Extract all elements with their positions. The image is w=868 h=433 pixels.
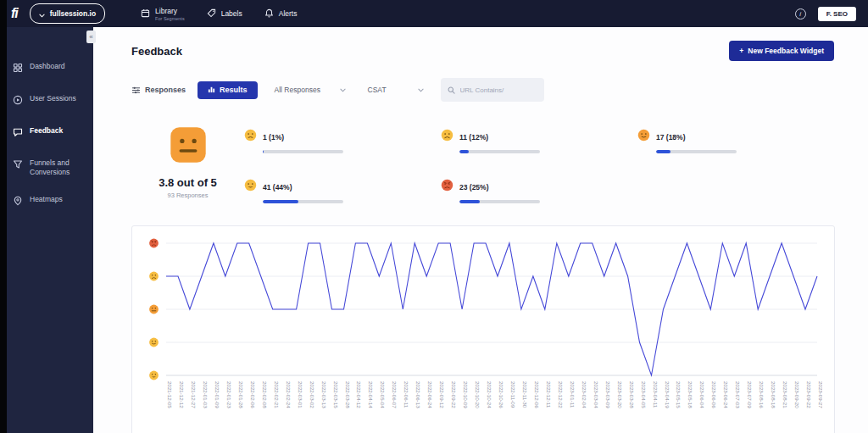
svg-text:2023-06-24: 2023-06-24 [723, 381, 729, 408]
svg-text:2023-06-04: 2023-06-04 [699, 381, 705, 408]
svg-text:2023-01-11: 2023-01-11 [570, 381, 576, 408]
user-account-button[interactable]: F. SEO [818, 7, 856, 21]
csat-trend-chart-card: 2021-12-052021-12-122021-12-272022-01-03… [131, 225, 835, 433]
chevron-down-icon [39, 6, 45, 21]
svg-text:2022-12-22: 2022-12-22 [558, 381, 564, 408]
svg-text:2021-12-27: 2021-12-27 [191, 381, 197, 408]
bell-icon [264, 6, 274, 21]
tab-responses-label: Responses [145, 86, 186, 94]
info-circle-icon[interactable]: i [795, 8, 806, 19]
svg-text:2022-09-12: 2022-09-12 [439, 381, 445, 408]
rating-progress-bar [656, 150, 737, 153]
svg-text:2022-02-24: 2022-02-24 [286, 381, 292, 408]
sidebar-item-label: Feedback [30, 125, 63, 136]
svg-text:2023-03-04: 2023-03-04 [593, 381, 599, 408]
funnel-icon [13, 158, 23, 173]
rating-label: 41 (44%) [263, 183, 292, 192]
smiling-face-icon [637, 129, 650, 145]
survey-type-dropdown[interactable]: CSAT [363, 81, 429, 98]
filter-toolbar: Responses Results All Responses CSAT [131, 78, 834, 102]
svg-text:2022-09-22: 2022-09-22 [451, 381, 457, 408]
rating-progress-bar [263, 150, 343, 153]
nav-alerts[interactable]: Alerts [264, 6, 298, 21]
nav-labels-label: Labels [221, 9, 242, 18]
new-feedback-widget-button[interactable]: + New Feedback Widget [729, 41, 834, 61]
nav-labels[interactable]: Labels [207, 6, 242, 21]
svg-text:2021-12-05: 2021-12-05 [167, 381, 173, 408]
nav-library-sublabel: For Segments [155, 16, 185, 21]
rating-item-2: 11 (12%) [441, 129, 637, 153]
svg-text:2023-08-21: 2023-08-21 [782, 381, 788, 408]
svg-text:2023-04-11: 2023-04-11 [653, 381, 659, 408]
svg-text:2022-06-13: 2022-06-13 [415, 381, 421, 408]
rating-progress-bar [459, 150, 540, 153]
nav-alerts-label: Alerts [279, 9, 298, 18]
workspace-selector[interactable]: fullsession.io [30, 3, 105, 24]
svg-text:2023-09-20: 2023-09-20 [794, 381, 800, 408]
chevron-down-icon [418, 86, 424, 94]
frowning-face-icon [441, 129, 453, 145]
nav-library[interactable]: Library For Segments [141, 6, 185, 21]
svg-text:2022-10-26: 2022-10-26 [498, 381, 504, 408]
response-filter-dropdown[interactable]: All Responses [270, 81, 351, 98]
sidebar-item-feedback[interactable]: Feedback [0, 117, 93, 149]
angry-face-icon [441, 179, 453, 195]
main-content: Feedback + New Feedback Widget Responses… [93, 27, 868, 433]
svg-text:2022-03-02: 2022-03-02 [309, 381, 315, 408]
tab-responses[interactable]: Responses [131, 82, 186, 97]
page-header: Feedback + New Feedback Widget [131, 41, 834, 61]
svg-text:2022-01-23: 2022-01-23 [226, 381, 232, 408]
page-title: Feedback [131, 45, 182, 58]
svg-text:2022-06-24: 2022-06-24 [427, 381, 433, 408]
svg-text:2023-03-20: 2023-03-20 [617, 381, 623, 408]
svg-text:2022-03-13: 2022-03-13 [321, 381, 327, 408]
sliders-icon [131, 82, 141, 97]
left-edge-strip [0, 0, 7, 433]
sidebar-item-heatmaps[interactable]: Heatmaps [0, 186, 93, 218]
svg-text:2023-05-15: 2023-05-15 [676, 381, 682, 408]
sidebar-item-label: Heatmaps [30, 194, 63, 204]
svg-text:2022-11-09: 2022-11-09 [510, 381, 516, 408]
svg-text:2022-02-06: 2022-02-06 [250, 381, 256, 408]
svg-text:2022-01-09: 2022-01-09 [214, 381, 220, 408]
svg-text:2022-12-06: 2022-12-06 [534, 381, 540, 408]
svg-text:2023-03-09: 2023-03-09 [605, 381, 611, 408]
rating-label: 11 (12%) [459, 133, 488, 142]
nav-library-label: Library [155, 7, 185, 15]
fullsession-logo: fi [11, 6, 18, 21]
csat-summary: 3.8 out of 5 93 Responses 1 (1%) 11 (12%… [131, 124, 834, 203]
overall-score: 3.8 out of 5 [159, 176, 217, 189]
sidebar-item-label: Funnels and Conversions [30, 158, 85, 177]
svg-text:2022-01-03: 2022-01-03 [203, 381, 209, 408]
rating-item-5: 23 (25%) [441, 179, 637, 203]
url-contains-input[interactable] [460, 86, 537, 94]
svg-text:2021-12-12: 2021-12-12 [179, 381, 185, 408]
grinning-face-icon [244, 179, 257, 195]
svg-text:2023-08-16: 2023-08-16 [759, 381, 765, 408]
topbar-right: i F. SEO [795, 7, 856, 21]
rating-progress-bar [263, 200, 343, 203]
play-circle-icon [13, 93, 23, 108]
grid-icon [13, 61, 23, 76]
svg-text:2023-04-05: 2023-04-05 [641, 381, 647, 408]
sidebar-item-funnels[interactable]: Funnels and Conversions [0, 149, 93, 186]
sidebar: Dashboard User Sessions Feedback Funnels… [0, 27, 93, 433]
svg-text:2022-10-09: 2022-10-09 [463, 381, 469, 408]
svg-text:2022-10-24: 2022-10-24 [487, 381, 492, 408]
csat-trend-chart: 2021-12-052021-12-122021-12-272022-01-03… [144, 236, 824, 431]
rating-item-1: 1 (1%) [244, 129, 441, 153]
bar-chart-icon [208, 86, 215, 95]
chevron-down-icon [340, 86, 346, 94]
chat-bubble-icon [13, 125, 23, 141]
search-icon [448, 82, 455, 97]
sidebar-item-user-sessions[interactable]: User Sessions [0, 85, 93, 117]
svg-text:2023-08-18: 2023-08-18 [771, 381, 776, 408]
svg-text:2022-02-08: 2022-02-08 [262, 381, 268, 408]
rating-label: 17 (18%) [656, 133, 686, 142]
tab-results[interactable]: Results [198, 81, 258, 99]
sidebar-collapse-button[interactable]: « [86, 31, 96, 43]
svg-text:2023-09-27: 2023-09-27 [818, 381, 822, 408]
svg-text:2023-04-19: 2023-04-19 [665, 381, 670, 408]
sidebar-item-dashboard[interactable]: Dashboard [0, 53, 93, 85]
svg-text:2022-06-11: 2022-06-11 [403, 381, 409, 408]
